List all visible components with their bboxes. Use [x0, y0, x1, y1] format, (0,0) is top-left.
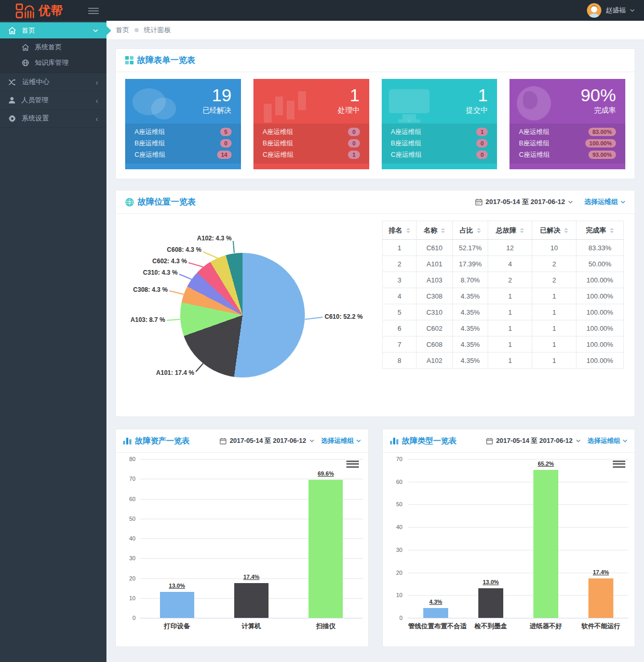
stat-value: 90% [519, 85, 616, 105]
avatar [587, 3, 601, 18]
table-cell: 4.35% [453, 288, 488, 304]
sidebar-item-home[interactable]: 首页 [0, 22, 106, 38]
stat-card-submitting: 1提交中A座运维组1B座运维组0C座运维组0 [382, 79, 498, 169]
brand-logo-icon [16, 3, 34, 19]
y-axis-tick-label: 30 [116, 555, 136, 561]
sidebar-submenu: 系统首页 知识库管理 [0, 38, 106, 73]
bar-category-label: 软件不能运行 [573, 622, 628, 631]
table-cell: 1 [532, 353, 576, 369]
bar[interactable] [533, 470, 558, 618]
column-header[interactable]: 已解决 [532, 221, 576, 240]
table-cell: 2 [488, 272, 532, 288]
select-ops-group-dropdown[interactable]: 选择运维组 [321, 437, 361, 445]
table-cell: 1 [532, 288, 576, 304]
bar[interactable] [423, 608, 448, 618]
stat-row: A座运维组83.00% [519, 126, 616, 138]
select-ops-group-dropdown[interactable]: 选择运维组 [584, 197, 625, 207]
stat-cards-row: 19已经解决A座运维组5B座运维组0C座运维组141处理中A座运维组0B座运维组… [125, 79, 625, 169]
sidebar-item-label: 知识库管理 [35, 58, 69, 67]
table-cell: 12 [488, 240, 532, 256]
chart-export-menu-button[interactable] [346, 459, 359, 469]
gridline [408, 550, 628, 550]
table-row: 6C6024.35%11100.00% [383, 320, 624, 336]
sidebar-item-ops-center[interactable]: 运维中心 ‹ [0, 73, 106, 91]
date-range-picker[interactable]: 2017-05-14 至 2017-06-12 [486, 437, 580, 445]
table-cell: 1 [488, 320, 532, 336]
sort-icon [477, 228, 481, 233]
sort-icon [520, 228, 524, 233]
column-header[interactable]: 名称 [417, 221, 453, 240]
column-header[interactable]: 完成率 [576, 221, 624, 240]
date-range-picker[interactable]: 2017-05-14 至 2017-06-12 [220, 437, 314, 445]
x-axis-line [140, 618, 363, 618]
calendar-icon [486, 438, 493, 444]
bar-category-label: 管线位置布置不合适 [408, 622, 463, 631]
sidebar-item-settings[interactable]: 系统设置 ‹ [0, 110, 106, 128]
column-header[interactable]: 总故障 [488, 221, 532, 240]
chart-export-menu-button[interactable] [613, 459, 625, 469]
bar[interactable] [160, 592, 194, 618]
grid-icon [125, 56, 133, 64]
table-cell: A102 [417, 353, 453, 369]
sort-icon [564, 228, 568, 233]
sidebar-toggle-button[interactable] [88, 6, 99, 15]
assets-bar-chart: 8070605040302010013.0%打印设备17.4%计算机69.6%扫… [116, 453, 368, 646]
select-ops-group-label: 选择运维组 [584, 197, 618, 207]
count-badge: 93.00% [588, 151, 616, 159]
sidebar-item-label: 运维中心 [22, 77, 49, 87]
pie-circle[interactable] [180, 253, 305, 377]
chevron-left-icon: ‹ [96, 115, 98, 123]
table-cell: 8.70% [453, 272, 488, 288]
select-ops-group-dropdown[interactable]: 选择运维组 [588, 437, 628, 445]
card-footer [253, 164, 369, 169]
table-row: 4C3084.35%11100.00% [383, 288, 624, 304]
count-badge: 0 [476, 139, 488, 147]
group-label: A座运维组 [519, 128, 549, 137]
date-range-value: 2017-05-14 至 2017-06-12 [230, 437, 306, 445]
breadcrumb-home[interactable]: 首页 [116, 25, 129, 35]
table-cell: 100.00% [576, 272, 624, 288]
panel-fault-types: 故障类型一览表 2017-05-14 至 2017-06-12 选择运维组 70… [382, 429, 635, 647]
breadcrumb-current: 统计面板 [144, 25, 171, 35]
y-axis-tick-label: 0 [116, 615, 136, 621]
table-cell: 2 [383, 256, 417, 272]
select-ops-group-label: 选择运维组 [588, 437, 621, 445]
count-badge: 5 [220, 128, 232, 136]
bar-category-label: 检不到墨盒 [463, 622, 518, 631]
panel-title: 故障类型一览表 [402, 436, 457, 446]
bar-value-label: 13.0% [140, 583, 214, 589]
column-header[interactable]: 占比 [453, 221, 488, 240]
bar[interactable] [308, 480, 343, 618]
stat-row: C座运维组1 [263, 149, 360, 160]
chevron-left-icon: ‹ [96, 97, 98, 104]
table-cell: 1 [532, 304, 576, 320]
gear-icon [8, 115, 16, 123]
sidebar-item-knowledge-base[interactable]: 知识库管理 [0, 55, 106, 71]
date-range-picker[interactable]: 2017-05-14 至 2017-06-12 [475, 197, 573, 207]
sidebar-item-personnel[interactable]: 人员管理 ‹ [0, 91, 106, 110]
pie-slice-label: C610: 52.2 % [325, 313, 363, 321]
pie-slice-label: C608: 4.3 % [144, 246, 202, 254]
chevron-down-icon [568, 200, 573, 204]
stat-value: 1 [263, 85, 360, 105]
table-cell: C602 [417, 320, 453, 336]
y-axis-tick-label: 0 [383, 615, 403, 621]
table-row: 5C3104.35%11100.00% [383, 304, 624, 320]
card-footer [382, 164, 498, 169]
user-menu[interactable]: 赵盛福 [587, 0, 635, 21]
y-axis-tick-label: 50 [116, 516, 136, 522]
column-header[interactable]: 排名 [383, 221, 417, 240]
calendar-icon [220, 438, 226, 444]
table-header-row: 排名名称占比总故障已解决完成率 [383, 221, 624, 240]
table-cell: 7 [383, 336, 417, 353]
table-row: 8A1024.35%11100.00% [383, 353, 624, 369]
brand[interactable]: 优帮 [16, 3, 63, 19]
stat-card-completion: 90%完成率A座运维组83.00%B座运维组100.00%C座运维组93.00% [509, 79, 625, 169]
table-cell: 1 [488, 288, 532, 304]
bar-value-label: 17.4% [214, 574, 288, 580]
bar[interactable] [588, 578, 613, 618]
stat-row: A座运维组0 [263, 126, 360, 138]
bar[interactable] [478, 588, 503, 618]
bar[interactable] [234, 583, 269, 618]
sidebar-item-system-home[interactable]: 系统首页 [0, 39, 106, 55]
